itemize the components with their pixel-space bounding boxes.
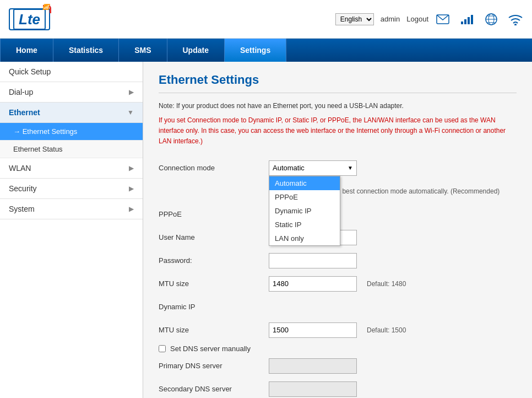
admin-link[interactable]: admin [381,15,400,23]
mtu-pppoe-label: MTU size [159,279,269,288]
primary-dns-label: Primary DNS server [159,362,269,370]
sidebar-item-ethernet-settings[interactable]: Ethernet Settings [0,123,143,141]
dynamic-ip-row: Dynamic IP [159,297,517,317]
mtu-dynamic-default: Default: 1500 [367,326,406,334]
secondary-dns-input[interactable] [269,381,357,397]
content-area: Ethernet Settings Note: If your product … [143,62,532,398]
security-arrow: ▶ [129,185,134,192]
svg-rect-4 [471,15,473,24]
secondary-dns-row: Secondary DNS server [159,379,517,398]
dropdown-arrow: ▼ [348,165,353,171]
nav-update[interactable]: Update [167,39,225,62]
mtu-pppoe-row: MTU size Default: 1480 [159,274,517,294]
dynamic-ip-label: Dynamic IP [159,303,269,311]
secondary-dns-control [269,381,357,397]
primary-dns-input[interactable] [269,358,357,374]
header: 📶 Lte English admin Logout [0,0,532,39]
nav-home[interactable]: Home [0,39,53,62]
nav-settings[interactable]: Settings [225,39,286,62]
set-dns-label: Set DNS server manually [170,345,251,353]
ethernet-arrow: ▼ [127,109,134,116]
logo: 📶 Lte [9,8,50,30]
password-label: Password: [159,256,269,265]
primary-dns-row: Primary DNS server [159,356,517,376]
nav-sms[interactable]: SMS [119,39,167,62]
language-dropdown[interactable]: English [335,13,374,25]
mtu-dynamic-label: MTU size [159,326,269,334]
svg-point-10 [514,24,517,25]
logo-area: 📶 Lte [9,8,50,30]
dialup-arrow: ▶ [129,88,134,96]
envelope-icon[interactable] [435,13,450,25]
set-dns-row: Set DNS server manually [159,345,517,353]
svg-rect-1 [461,21,463,24]
dropdown-item-lan-only[interactable]: LAN only [269,232,340,245]
svg-rect-3 [468,17,470,24]
mtu-dynamic-input[interactable] [269,322,357,338]
sidebar-item-system[interactable]: System ▶ [0,199,143,219]
connection-mode-label: Connection mode [159,164,269,172]
connection-mode-row: Connection mode Automatic ▼ Automatic PP… [159,158,517,178]
system-arrow: ▶ [129,205,134,213]
nav-statistics[interactable]: Statistics [53,39,119,62]
warning-text: If you set Connection mode to Dynamic IP… [159,115,517,147]
sidebar: Quick Setup Dial-up ▶ Ethernet ▼ Etherne… [0,62,143,398]
nav-bar: Home Statistics SMS Update Settings [0,39,532,62]
globe-icon[interactable] [484,13,499,25]
wlan-arrow: ▶ [129,164,134,172]
pppoe-section-label: PPPoE [159,210,269,218]
mtu-pppoe-input[interactable] [269,276,357,292]
sidebar-item-quick-setup[interactable]: Quick Setup [0,62,143,82]
mtu-dynamic-control: Default: 1500 [269,322,406,338]
sidebar-item-security[interactable]: Security ▶ [0,179,143,199]
sidebar-item-ethernet-status[interactable]: Ethernet Status [0,141,143,158]
sidebar-item-dialup[interactable]: Dial-up ▶ [0,82,143,103]
ethernet-submenu: Ethernet Settings Ethernet Status [0,123,143,158]
password-control [269,253,357,268]
connection-mode-value: Automatic [273,164,348,172]
dropdown-item-static-ip[interactable]: Static IP [269,218,340,232]
connection-mode-dropdown[interactable]: Automatic PPPoE Dynamic IP Static IP LAN… [269,176,340,246]
dropdown-item-automatic[interactable]: Automatic [269,176,340,190]
primary-dns-control [269,358,357,374]
signal-icon [459,13,475,25]
page-title: Ethernet Settings [159,73,517,93]
header-right: English admin Logout [335,13,523,25]
dropdown-item-dynamic-ip[interactable]: Dynamic IP [269,204,340,218]
main-layout: Quick Setup Dial-up ▶ Ethernet ▼ Etherne… [0,62,532,398]
logout-button[interactable]: Logout [406,15,428,23]
password-row: Password: [159,251,517,271]
sidebar-item-ethernet[interactable]: Ethernet ▼ [0,103,143,123]
password-input[interactable] [269,253,357,268]
mtu-pppoe-default: Default: 1480 [367,280,406,288]
wifi-icon[interactable] [508,13,523,25]
mtu-pppoe-control: Default: 1480 [269,276,406,292]
set-dns-checkbox[interactable] [159,345,166,352]
username-label: User Name [159,233,269,241]
connection-mode-select[interactable]: Automatic ▼ [269,160,357,176]
sidebar-item-wlan[interactable]: WLAN ▶ [0,158,143,179]
secondary-dns-label: Secondary DNS server [159,385,269,393]
note-text: Note: If your product does not have an E… [159,102,517,110]
dropdown-item-pppoe[interactable]: PPPoE [269,190,340,204]
connection-mode-control: Automatic ▼ Automatic PPPoE Dynamic IP S… [269,160,357,176]
svg-rect-2 [464,19,466,24]
header-icons [435,13,523,25]
language-selector[interactable]: English [335,13,374,25]
mtu-dynamic-row: MTU size Default: 1500 [159,320,517,340]
